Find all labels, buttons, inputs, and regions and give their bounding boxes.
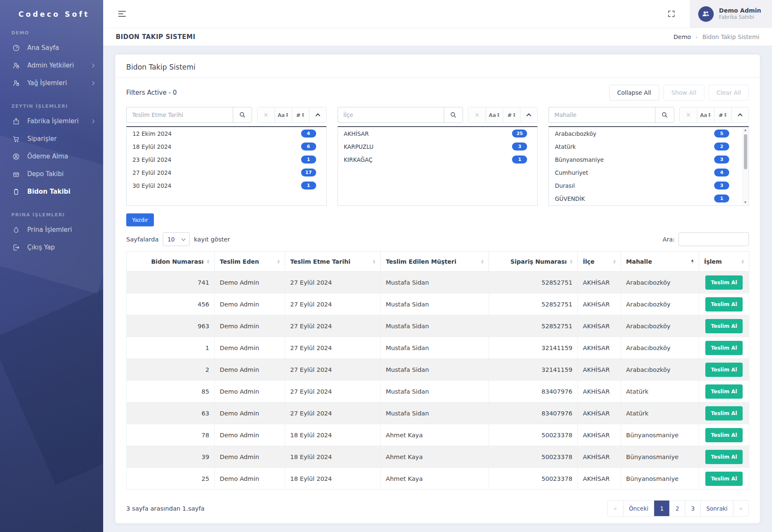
teslim-al-button[interactable]: Teslim Al [705,384,743,399]
filter-input-mahalle[interactable] [548,107,655,123]
first-page-button[interactable]: « [608,501,623,516]
cell-mahalle: Atatürk [621,402,699,424]
clear-all-button[interactable]: Clear All [709,85,749,101]
filter-option-label: Cumhuriyet [555,169,588,176]
sidebar-item-cikis-yap[interactable]: Çıkış Yap [0,239,103,256]
page-size-select[interactable]: 10 [163,232,190,246]
sort-icon: ▲▼ [373,259,375,264]
sidebar-item-fabrika-islemleri[interactable]: Fabrika İşlemleri [0,112,103,130]
last-page-button[interactable]: » [733,501,749,516]
sort-count-icon[interactable]: #↕ [503,107,520,122]
sidebar-item-label: Siparişler [27,135,57,143]
page-sonraki-button[interactable]: Sonraki [700,501,733,516]
cell-teslim-eden: Demo Admin [215,272,285,293]
sidebar-item-bidon-takibi[interactable]: Bidon Takibi [0,183,103,200]
search-icon[interactable] [233,107,252,123]
filter-option-akhisar[interactable]: AKHİSAR 25 [338,127,538,140]
sidebar-item-ana-sayfa[interactable]: Ana Sayfa [0,39,103,57]
filter-option-12-ekim-2024[interactable]: 12 Ekim 2024 4 [127,127,326,140]
teslim-al-button[interactable]: Teslim Al [705,275,743,290]
sort-alpha-icon[interactable]: Aa↕ [486,107,503,122]
teslim-al-button[interactable]: Teslim Al [705,428,743,442]
page-2-button[interactable]: 2 [669,501,685,516]
table-search-input[interactable] [678,232,749,246]
count-badge: 2 [714,143,729,151]
search-icon[interactable] [444,107,463,123]
scrollbar[interactable]: ▲ ▼ [742,127,748,205]
show-all-button[interactable]: Show All [663,85,704,101]
sort-alpha-icon[interactable]: Aa↕ [697,107,714,122]
teslim-al-button[interactable]: Teslim Al [705,450,743,464]
filter-option-18-eylul-2024[interactable]: 18 Eylül 2024 6 [127,140,326,153]
sidebar-item-yag-islemleri[interactable]: Yağ İşlemleri [0,74,103,92]
column-header-siparis-numarasi[interactable]: Sipariş Numarası ▲▼ [489,252,578,272]
cell-ilce: AKHİSAR [578,424,621,446]
sidebar-section-demo: DEMO [11,30,103,36]
cell-siparis-numarasi: 52852751 [489,315,578,337]
page-1-button[interactable]: 1 [654,501,669,516]
table-body: 741Demo Admin27 Eylül 2024Mustafa Sidan5… [127,272,749,490]
filter-option-cumhuriyet[interactable]: Cumhuriyet 4 [549,166,749,179]
cell-teslim-etme-tarihi: 27 Eylül 2024 [285,293,381,315]
column-header-teslim-edilen-musteri[interactable]: Teslim Edilen Müşteri ▲▼ [381,252,489,272]
sort-count-icon[interactable]: #↕ [292,107,309,122]
cell-ilce: AKHİSAR [578,468,621,490]
teslim-al-button[interactable]: Teslim Al [705,341,743,355]
column-header-islem[interactable]: İşlem ▲▼ [699,252,749,272]
collapse-all-button[interactable]: Collapse All [609,85,659,101]
search-icon[interactable] [655,107,674,123]
filter-option-karpuzlu[interactable]: KARPUZLU 3 [338,140,538,153]
filter-row: × Aa↕ #↕ 12 Ekim 2024 4 18 Eylül 2024 6 … [126,107,749,206]
sidebar-item-depo-takibi[interactable]: Depo Takibi [0,165,103,183]
column-header-teslim-eden[interactable]: Teslim Eden ▲▼ [215,252,285,272]
filter-option-23-eylul-2024[interactable]: 23 Eylül 2024 1 [127,153,326,166]
filter-input-teslim-etme-tarihi[interactable] [126,107,233,123]
filter-option-ataturk[interactable]: Atatürk 2 [549,140,749,153]
filter-option-guvendik[interactable]: GÜVENDİK 1 [549,192,749,205]
teslim-al-button[interactable]: Teslim Al [705,406,743,420]
filter-option-bunyanosmaniye[interactable]: Bünyanosmaniye 3 [549,153,749,166]
sidebar-item-prina-islemleri[interactable]: Prina İşlemleri [0,221,103,239]
clear-filter-icon[interactable]: × [257,107,275,122]
fullscreen-icon[interactable] [665,8,677,20]
filter-option-kirkagac[interactable]: KIRKAĞAÇ 1 [338,153,538,166]
collapse-panel-icon[interactable] [520,107,537,122]
sidebar-item-admin-yetkileri[interactable]: Admin Yetkileri [0,57,103,74]
filter-option-durasil[interactable]: Durasıl 3 [549,179,749,192]
teslim-al-button[interactable]: Teslim Al [705,297,743,311]
page-3-button[interactable]: 3 [685,501,700,516]
filter-option-30-eylul-2024[interactable]: 30 Eylül 2024 1 [127,179,326,192]
filter-option-27-eylul-2024[interactable]: 27 Eylül 2024 17 [127,166,326,179]
sort-icon: ▲▼ [742,259,744,264]
scrollbar-thumb[interactable] [744,134,747,169]
filter-option-arabacibozkoy[interactable]: Arabacıbozköy 5 [549,127,749,140]
column-header-bidon-numarasi[interactable]: Bidon Numarası ▲▼ [127,252,215,272]
sidebar-item-siparisler[interactable]: Siparişler [0,130,103,148]
clear-filter-icon[interactable]: × [468,107,486,122]
column-header-teslim-etme-tarihi[interactable]: Teslim Etme Tarihi ▲▼ [285,252,381,272]
cell-ilce: AKHİSAR [578,337,621,359]
main-area: Demo Admin Fabrika Sahibi BIDON TAKIP SI… [103,0,772,532]
user-menu[interactable]: Demo Admin Fabrika Sahibi [690,0,772,28]
user-lock-icon [12,61,20,70]
sort-alpha-icon[interactable]: Aa↕ [275,107,292,122]
teslim-al-button[interactable]: Teslim Al [705,472,743,486]
breadcrumb-root[interactable]: Demo [673,34,691,40]
filter-option-merkez[interactable]: MERKEZ [549,205,749,206]
page-onceki-button[interactable]: Önceki [623,501,654,516]
print-button[interactable]: Yazdır [126,213,154,226]
sidebar-item-odeme-alma[interactable]: Ödeme Alma [0,148,103,165]
teslim-al-button[interactable]: Teslim Al [705,363,743,377]
column-header-ilce[interactable]: İlçe ▲▼ [578,252,621,272]
teslim-al-button[interactable]: Teslim Al [705,319,743,333]
sidebar-item-label: Ana Sayfa [27,44,59,52]
clear-filter-icon[interactable]: × [680,107,697,122]
filter-input-ilce[interactable] [338,107,444,123]
sort-count-icon[interactable]: #↕ [714,107,731,122]
cell-siparis-numarasi: 32141159 [489,359,578,381]
table-row: 78Demo Admin18 Eylül 2024Ahmet Kaya50023… [127,424,749,446]
menu-toggle-icon[interactable] [117,9,127,18]
column-header-mahalle[interactable]: Mahalle ▲▼ [621,252,699,272]
collapse-panel-icon[interactable] [731,107,749,122]
collapse-panel-icon[interactable] [309,107,326,122]
